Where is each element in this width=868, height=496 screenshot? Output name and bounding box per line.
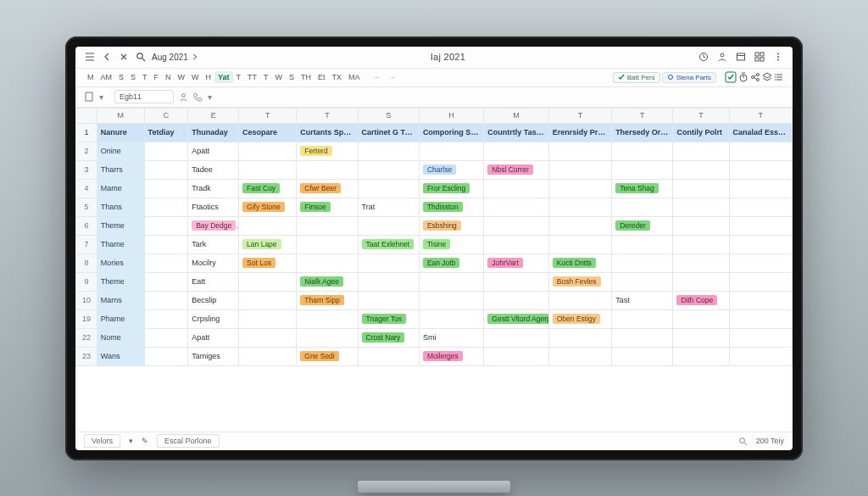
view-tab[interactable]: T: [260, 71, 272, 83]
corner-cell[interactable]: [76, 108, 97, 123]
cell[interactable]: [612, 254, 673, 272]
event-chip[interactable]: Taat Exlehnet: [362, 239, 415, 249]
cell[interactable]: [144, 160, 188, 179]
cell[interactable]: Tharn Sipp: [297, 291, 358, 309]
view-tab[interactable]: H: [203, 71, 215, 83]
column-header[interactable]: T: [673, 108, 729, 123]
cell[interactable]: Thame: [97, 235, 144, 254]
event-chip[interactable]: Tnager Tos: [362, 314, 406, 324]
event-chip[interactable]: Bosh Fevles: [553, 276, 601, 287]
row-number[interactable]: 9: [76, 272, 97, 291]
cell[interactable]: Oben Estigy: [548, 309, 611, 328]
view-tab[interactable]: Et: [314, 71, 329, 83]
cell[interactable]: [144, 216, 188, 235]
cell[interactable]: Fast Coy: [239, 179, 297, 198]
cell[interactable]: Apatt: [188, 142, 239, 160]
sheet-tab-1[interactable]: Velors: [84, 434, 120, 448]
event-chip[interactable]: Sot Los: [242, 258, 275, 268]
view-tab[interactable]: S: [115, 71, 127, 83]
cell[interactable]: [358, 216, 419, 235]
view-tab[interactable]: Yat: [214, 71, 233, 83]
view-tab[interactable]: TH: [298, 71, 314, 83]
header-cell[interactable]: Nanure: [97, 123, 144, 142]
column-header[interactable]: S: [358, 108, 419, 123]
cell[interactable]: Trat: [358, 198, 419, 216]
cell[interactable]: [297, 309, 358, 328]
row-number[interactable]: 19: [76, 309, 97, 328]
name-box[interactable]: Egb11: [114, 90, 174, 103]
cell[interactable]: [239, 328, 297, 347]
header-cell[interactable]: Contily Polrt: [673, 123, 729, 142]
cell[interactable]: [673, 160, 729, 179]
chevron-down-icon[interactable]: ▾: [208, 92, 218, 102]
cell[interactable]: Apatt: [188, 328, 239, 347]
cell[interactable]: [729, 235, 792, 254]
cell[interactable]: Theme: [97, 272, 144, 291]
column-header[interactable]: H: [419, 108, 483, 123]
cell[interactable]: [484, 216, 548, 235]
list-icon[interactable]: [774, 72, 784, 82]
cell[interactable]: [239, 272, 297, 291]
event-chip[interactable]: Gify Stone: [242, 202, 285, 212]
cell[interactable]: [144, 328, 188, 347]
view-tab[interactable]: S: [127, 71, 139, 83]
cell[interactable]: Ean Jotb: [419, 254, 483, 272]
clock-icon[interactable]: [698, 51, 709, 63]
sheet-tab-dropdown[interactable]: ▾: [129, 437, 133, 445]
cell[interactable]: Taat Exlehnet: [358, 235, 419, 254]
event-chip[interactable]: Gne Sedi: [300, 351, 338, 361]
cell[interactable]: Crpsling: [188, 309, 239, 328]
cell[interactable]: Bay Dedge: [188, 216, 239, 235]
cell[interactable]: [144, 235, 188, 254]
cell[interactable]: JohrVart: [484, 254, 548, 272]
cell[interactable]: [673, 235, 729, 254]
event-chip[interactable]: Tisine: [423, 239, 450, 249]
column-header[interactable]: T: [239, 108, 297, 123]
cell[interactable]: [548, 235, 611, 254]
cell[interactable]: [358, 347, 419, 365]
share-icon[interactable]: [750, 72, 760, 82]
zoom-icon[interactable]: [738, 437, 748, 446]
cell[interactable]: [729, 198, 792, 216]
view-tab[interactable]: AM: [97, 71, 116, 83]
cell[interactable]: [548, 198, 611, 216]
event-chip[interactable]: Crost Nary: [362, 332, 405, 343]
event-chip[interactable]: Oben Estigy: [553, 314, 600, 324]
cell[interactable]: Sot Los: [239, 254, 297, 272]
cell[interactable]: [484, 328, 548, 347]
cell[interactable]: [612, 328, 673, 347]
menu-icon[interactable]: [84, 51, 96, 63]
event-chip[interactable]: Tena Shag: [615, 183, 659, 193]
view-tab[interactable]: T: [139, 71, 151, 83]
header-cell[interactable]: Canalad Essgonort: [729, 123, 792, 142]
row-number[interactable]: 2: [76, 142, 97, 160]
cell[interactable]: Tharrs: [97, 160, 144, 179]
header-cell[interactable]: Tetdiay: [144, 123, 188, 142]
view-tab[interactable]: W: [188, 71, 203, 83]
check-icon[interactable]: [725, 71, 737, 83]
cell[interactable]: [548, 328, 611, 347]
column-header[interactable]: E: [188, 108, 239, 123]
event-chip[interactable]: Gestt Vltord Agerpst Frast: [487, 314, 548, 324]
event-chip[interactable]: Nialk Agee: [300, 276, 343, 287]
row-number[interactable]: 22: [76, 328, 97, 347]
cell[interactable]: Tena Shag: [612, 179, 673, 198]
cell[interactable]: [729, 347, 792, 365]
cell[interactable]: Nialk Agee: [297, 272, 358, 291]
cell[interactable]: Eatt: [188, 272, 239, 291]
cell[interactable]: [484, 142, 548, 160]
row-number[interactable]: 3: [76, 160, 97, 179]
event-chip[interactable]: Ean Jotb: [423, 258, 460, 268]
cell[interactable]: [484, 179, 548, 198]
event-chip[interactable]: Kocti Dntts: [553, 258, 596, 268]
cell[interactable]: Ftaotics: [188, 198, 239, 216]
view-tab[interactable]: T: [233, 71, 245, 83]
cell[interactable]: [548, 347, 611, 365]
view-tab[interactable]: M: [84, 71, 97, 83]
cell[interactable]: [729, 142, 792, 160]
cell[interactable]: [144, 347, 188, 365]
cell[interactable]: Tradk: [188, 179, 239, 198]
row-number[interactable]: 8: [76, 254, 97, 272]
cell[interactable]: Tadee: [188, 160, 239, 179]
cell[interactable]: Nbsl Correr: [484, 160, 548, 179]
